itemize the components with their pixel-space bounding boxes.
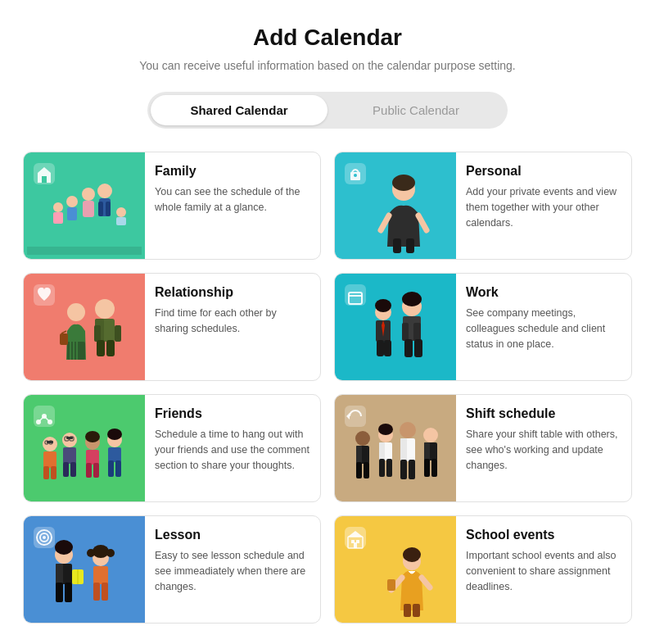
svg-rect-116 [56, 564, 63, 584]
svg-point-13 [116, 207, 126, 217]
svg-rect-97 [379, 459, 385, 477]
card-family[interactable]: Family You can see the schedule of the w… [23, 152, 321, 260]
svg-rect-55 [384, 340, 391, 356]
svg-rect-50 [402, 323, 409, 341]
svg-point-104 [423, 428, 438, 442]
card-title-work: Work [466, 285, 621, 300]
svg-rect-74 [63, 462, 69, 477]
svg-line-22 [418, 215, 427, 230]
card-content-work: Work See company meetings, colleagues sc… [456, 274, 631, 380]
svg-point-99 [400, 422, 416, 438]
svg-rect-23 [393, 238, 401, 253]
card-image-family [24, 152, 145, 259]
card-personal[interactable]: Personal Add your private events and vie… [334, 152, 632, 260]
cards-grid: Family You can see the schedule of the w… [16, 152, 639, 624]
svg-rect-67 [43, 466, 49, 479]
svg-rect-78 [86, 450, 99, 465]
svg-point-18 [354, 174, 357, 177]
svg-rect-98 [386, 459, 392, 477]
svg-rect-68 [51, 466, 56, 479]
svg-line-139 [422, 578, 430, 587]
svg-rect-84 [108, 460, 114, 477]
card-content-shift: Shift schedule Share your shift table wi… [456, 395, 631, 501]
svg-rect-123 [93, 566, 108, 584]
svg-point-48 [402, 292, 422, 306]
tab-bar: Shared Calendar Public Calendar [16, 92, 639, 129]
svg-line-21 [381, 215, 389, 230]
svg-rect-14 [116, 217, 126, 225]
page-title: Add Calendar [16, 25, 639, 51]
svg-point-114 [55, 540, 73, 555]
svg-rect-140 [387, 579, 395, 591]
svg-rect-75 [70, 462, 76, 477]
svg-rect-79 [86, 463, 92, 478]
svg-rect-137 [413, 604, 420, 617]
svg-point-44 [375, 299, 391, 312]
card-content-family: Family You can see the schedule of the w… [145, 152, 320, 259]
card-desc-friends: Schedule a time to hang out with your fr… [155, 427, 310, 473]
page-subtitle: You can receive useful information based… [16, 59, 639, 72]
card-desc-school: Important school events and also conveni… [466, 548, 621, 594]
card-desc-shift: Share your shift table with others, see … [466, 427, 621, 473]
card-content-lesson: Lesson Easy to see lesson schedule and s… [145, 516, 320, 623]
card-lesson[interactable]: Lesson Easy to see lesson schedule and s… [23, 515, 321, 624]
svg-point-94 [378, 424, 393, 435]
svg-rect-73 [63, 447, 76, 464]
svg-point-77 [85, 431, 100, 442]
svg-rect-92 [364, 462, 369, 478]
svg-point-7 [82, 188, 95, 201]
svg-point-26 [67, 303, 85, 321]
tab-public[interactable]: Public Calendar [328, 95, 504, 125]
card-content-personal: Personal Add your private events and vie… [456, 152, 631, 259]
svg-rect-107 [424, 459, 430, 477]
svg-rect-117 [56, 583, 63, 602]
header: Add Calendar You can receive useful info… [16, 25, 639, 72]
svg-rect-90 [356, 446, 362, 464]
tab-container: Shared Calendar Public Calendar [147, 92, 508, 129]
svg-rect-8 [83, 201, 94, 217]
card-image-school [335, 516, 456, 623]
svg-rect-24 [406, 238, 414, 253]
svg-rect-106 [424, 442, 430, 460]
svg-rect-91 [356, 462, 362, 478]
svg-rect-31 [60, 333, 68, 345]
svg-point-122 [106, 549, 115, 557]
svg-rect-118 [65, 583, 72, 602]
svg-rect-38 [97, 340, 105, 356]
svg-point-33 [95, 299, 115, 319]
card-work[interactable]: Work See company meetings, colleagues sc… [334, 273, 632, 381]
svg-rect-83 [108, 447, 121, 462]
card-shift[interactable]: Shift schedule Share your shift table wi… [334, 394, 632, 502]
svg-rect-132 [354, 542, 357, 548]
card-school[interactable]: School events Important school events an… [334, 515, 632, 624]
card-title-shift: Shift schedule [466, 406, 621, 421]
svg-rect-5 [98, 202, 103, 216]
card-desc-work: See company meetings, colleagues schedul… [466, 306, 621, 351]
card-title-family: Family [155, 164, 310, 179]
svg-rect-37 [115, 325, 121, 342]
card-desc-relationship: Find time for each other by sharing sche… [155, 306, 310, 337]
card-desc-lesson: Easy to see lesson schedule and see imme… [155, 548, 310, 594]
svg-rect-66 [43, 451, 56, 468]
card-title-school: School events [466, 528, 621, 542]
card-image-personal [335, 152, 456, 259]
card-friends[interactable]: Friends Schedule a time to hang out with… [23, 394, 321, 502]
svg-point-9 [66, 196, 78, 207]
svg-rect-96 [379, 442, 385, 460]
svg-rect-52 [404, 339, 413, 357]
card-desc-personal: Add your private events and view them to… [466, 184, 621, 230]
svg-point-82 [107, 429, 122, 440]
card-content-relationship: Relationship Find time for each other by… [145, 274, 320, 380]
card-desc-family: You can see the schedule of the whole fa… [155, 184, 310, 215]
svg-rect-6 [106, 202, 111, 216]
svg-rect-51 [413, 323, 421, 341]
svg-rect-124 [93, 583, 100, 601]
card-relationship[interactable]: Relationship Find time for each other by… [23, 273, 321, 381]
card-content-school: School events Important school events an… [456, 516, 631, 623]
tab-shared[interactable]: Shared Calendar [151, 95, 328, 125]
svg-point-120 [93, 545, 109, 558]
svg-rect-102 [400, 460, 407, 479]
card-title-friends: Friends [155, 406, 310, 421]
svg-point-3 [97, 184, 112, 198]
page-container: Add Calendar You can receive useful info… [0, 0, 655, 644]
